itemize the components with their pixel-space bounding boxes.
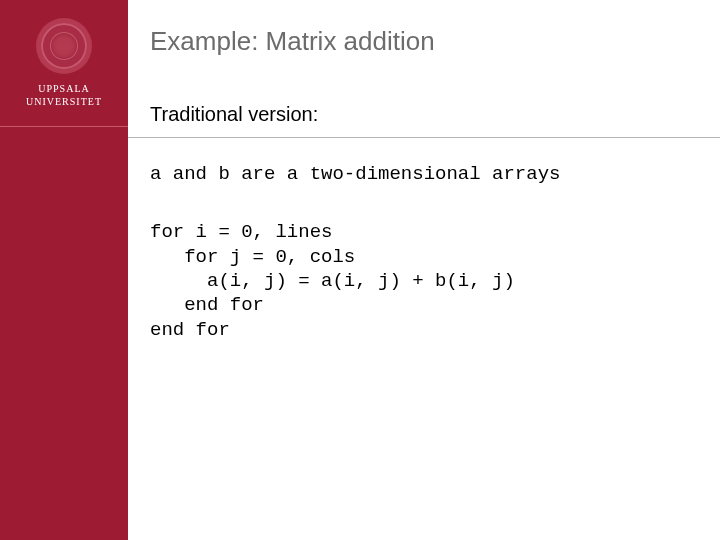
code-line: end for	[150, 319, 230, 341]
code-line: for i = 0, lines	[150, 221, 332, 243]
sidebar-divider	[0, 126, 128, 127]
code-line: a(i, j) = a(i, j) + b(i, j)	[150, 270, 515, 292]
university-name-line1: UPPSALA	[38, 83, 89, 94]
university-name-line2: UNIVERSITET	[26, 96, 102, 107]
code-block: for i = 0, lines for j = 0, cols a(i, j)…	[150, 220, 690, 342]
code-description: a and b are a two-dimensional arrays	[150, 162, 690, 186]
university-name: UPPSALA UNIVERSITET	[0, 82, 128, 108]
slide-title: Example: Matrix addition	[150, 26, 690, 57]
university-seal-icon	[36, 18, 92, 74]
sidebar: UPPSALA UNIVERSITET	[0, 0, 128, 540]
code-line: for j = 0, cols	[150, 246, 355, 268]
slide-subtitle: Traditional version:	[150, 103, 690, 126]
code-line: end for	[150, 294, 264, 316]
slide-content: Example: Matrix addition Traditional ver…	[150, 26, 690, 376]
